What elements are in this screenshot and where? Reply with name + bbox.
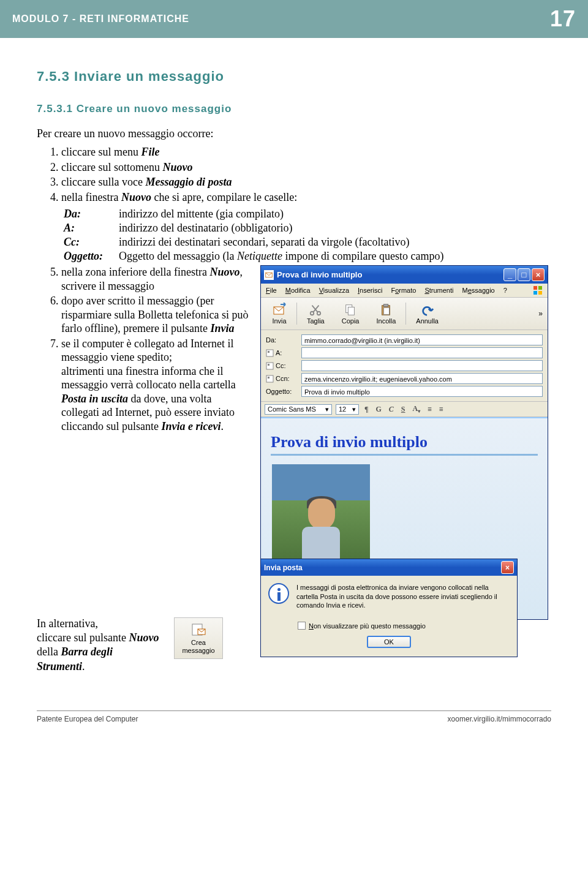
crea-label: Crea messaggio (181, 639, 216, 655)
chevron-down-icon: ▾ (352, 405, 356, 413)
svg-rect-1 (533, 286, 537, 290)
envelope-icon (264, 270, 274, 280)
field-definitions: Da:indirizzo del mittente (gia compilato… (64, 208, 551, 263)
menu-messaggio[interactable]: Messaggio (462, 287, 494, 294)
format-toolbar: Comic Sans MS▾ 12▾ ¶ G C S A▾ ≡ ≡ (261, 402, 548, 417)
svg-rect-13 (266, 350, 273, 356)
document-footer: Patente Europea del Computer xoomer.virg… (37, 710, 551, 736)
svg-rect-18 (268, 377, 270, 379)
underline-button[interactable]: S (399, 404, 407, 415)
ccn-label[interactable]: Ccn: (266, 375, 301, 383)
svg-rect-3 (533, 291, 537, 295)
dialog-close-button[interactable]: × (501, 561, 514, 574)
size-select[interactable]: 12▾ (336, 404, 359, 415)
scissors-icon (308, 303, 323, 317)
step-3: cliccare sulla voce Messaggio di posta (61, 175, 551, 189)
addressbook-icon (266, 375, 274, 383)
svg-rect-4 (538, 291, 542, 295)
da-field[interactable]: mimmo.corrado@virgilio.it (in.virgilio.i… (301, 334, 543, 345)
oggetto-field[interactable]: Prova di invio multiplo (301, 386, 543, 397)
dialog-titlebar[interactable]: Invia posta × (261, 559, 517, 576)
step-4: nella finestra Nuovo che si apre, compil… (61, 190, 551, 205)
font-color-button[interactable]: A▾ (411, 404, 423, 415)
svg-rect-12 (384, 307, 390, 314)
menu-inserisci[interactable]: Inserisci (358, 287, 382, 294)
paste-icon (379, 303, 393, 317)
cut-button[interactable]: Taglia (298, 301, 333, 326)
photo-attachment (272, 464, 370, 568)
italic-button[interactable]: C (387, 404, 396, 415)
addressbook-icon (266, 349, 274, 357)
close-button[interactable]: × (532, 268, 545, 281)
dialog-checkbox-label: Non visualizzare più questo messaggio (309, 622, 426, 630)
paragraph-icon[interactable]: ¶ (363, 404, 370, 415)
a-field[interactable] (301, 347, 543, 358)
toolbar-overflow[interactable]: » (536, 307, 545, 320)
menu-file[interactable]: File (266, 287, 277, 294)
subsection-heading: 7.5.3.1 Creare un nuovo messaggio (37, 103, 551, 115)
def-a-label: A: (64, 222, 119, 235)
undo-button[interactable]: Annulla (407, 301, 447, 326)
def-da-label: Da: (64, 208, 119, 220)
paste-button[interactable]: Incolla (368, 301, 405, 326)
addressbook-icon (266, 362, 274, 370)
svg-rect-14 (268, 351, 270, 353)
compose-toolbar: Invia Taglia Copia Incolla (261, 298, 548, 330)
info-icon (268, 583, 289, 604)
crea-messaggio-button[interactable]: Crea messaggio (174, 617, 223, 659)
a-label[interactable]: A: (266, 349, 301, 357)
step-1: cliccare sul menu File (61, 145, 551, 159)
maximize-button[interactable]: □ (518, 268, 530, 281)
svg-rect-15 (266, 363, 273, 369)
menu-formato[interactable]: Formato (391, 287, 416, 294)
page-body: 7.5.3 Inviare un messaggio 7.5.3.1 Crear… (0, 38, 588, 620)
menu-visualizza[interactable]: Visualizza (319, 287, 349, 294)
def-a-text: indirizzo del destinatario (obbligatorio… (119, 222, 292, 235)
svg-rect-17 (266, 375, 273, 382)
cc-field[interactable] (301, 360, 543, 371)
dialog-ok-button[interactable]: OK (367, 636, 411, 648)
new-message-icon (190, 622, 206, 638)
body-title: Prova di invio multiplo (271, 433, 538, 456)
numbered-list-button[interactable]: ≡ (426, 404, 434, 415)
compose-titlebar[interactable]: Prova di invio multiplo _ □ × (261, 266, 548, 284)
bullet-list-button[interactable]: ≡ (437, 404, 445, 415)
def-oggetto-text: Oggetto del messaggio (la Netiquette imp… (119, 250, 443, 263)
windows-logo-icon (533, 285, 543, 295)
font-select[interactable]: Comic Sans MS▾ (265, 404, 332, 415)
bold-button[interactable]: G (374, 404, 383, 415)
menu-modifica[interactable]: Modifica (285, 287, 311, 294)
step-7: se il computer è collegato ad Internet i… (61, 337, 251, 434)
compose-headers: Da: mimmo.corrado@virgilio.it (in.virgil… (261, 330, 548, 402)
copy-button[interactable]: Copia (333, 301, 368, 326)
footer-left: Patente Europea del Computer (37, 715, 138, 723)
cc-label[interactable]: Cc: (266, 362, 301, 370)
section-heading: 7.5.3 Inviare un messaggio (37, 69, 551, 85)
ccn-field[interactable]: zema.vincenzo.virgilio.it; eugeniaevoli.… (301, 373, 543, 384)
module-title: MODULO 7 - RETI INFORMATICHE (12, 13, 189, 24)
svg-rect-9 (348, 307, 354, 315)
menu-help[interactable]: ? (503, 287, 507, 294)
chevron-down-icon: ▾ (325, 405, 329, 413)
def-da-text: indirizzo del mittente (gia compilato) (119, 208, 284, 220)
step-2: cliccare sul sottomenu Nuovo (61, 160, 551, 175)
svg-rect-11 (384, 304, 388, 307)
send-button[interactable]: Invia (263, 301, 295, 326)
svg-rect-2 (538, 286, 542, 290)
step-6: dopo aver scritto il messaggio (per risp… (61, 294, 251, 336)
send-mail-dialog: Invia posta × I messaggi di posta elettr… (260, 559, 518, 657)
menu-strumenti[interactable]: Strumenti (424, 287, 453, 294)
dialog-checkbox-row[interactable]: Non visualizzare più questo messaggio (298, 622, 508, 630)
def-oggetto-label: Oggetto: (64, 250, 119, 263)
def-cc-label: Cc: (64, 236, 119, 249)
dialog-message: I messaggi di posta elettronica da invia… (296, 583, 510, 609)
page-number: 17 (550, 6, 576, 32)
steps-list-top: cliccare sul menu File cliccare sul sott… (37, 145, 551, 204)
oggetto-label: Oggetto: (266, 388, 301, 395)
checkbox[interactable] (298, 622, 306, 630)
step-5: nella zona inferiore della finestra Nuov… (61, 265, 251, 293)
minimize-button[interactable]: _ (503, 268, 516, 281)
svg-rect-16 (268, 364, 270, 366)
intro-text: Per creare un nuovo messaggio occorre: (37, 127, 551, 140)
dialog-title: Invia posta (264, 563, 303, 572)
